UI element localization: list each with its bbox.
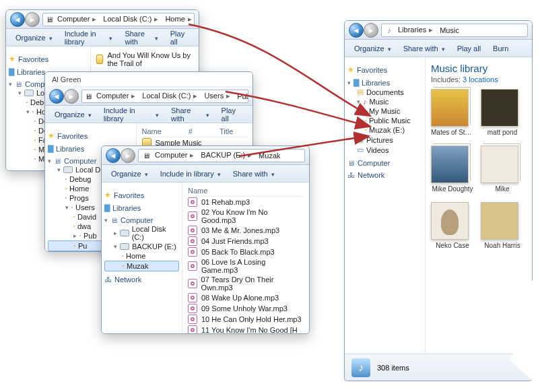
libraries-header[interactable]: Libraries bbox=[56, 145, 84, 153]
breadcrumb[interactable]: ♪ Libraries Music bbox=[381, 24, 528, 37]
tree-item-my-music[interactable]: My Music bbox=[347, 106, 422, 116]
col-title[interactable]: Title bbox=[220, 127, 233, 135]
tree-item[interactable]: ▣Pictures bbox=[347, 135, 422, 145]
favorites-header[interactable]: Favorites bbox=[114, 191, 144, 199]
list-item[interactable]: 08 Wake Up Alone.mp3 bbox=[188, 292, 304, 303]
list-item[interactable]: 11 You Know I'm No Good [H bbox=[188, 325, 304, 333]
organize-button[interactable]: Organize bbox=[106, 168, 154, 179]
nav-back-icon[interactable]: ◄ bbox=[106, 148, 121, 163]
tree-item[interactable]: ▤Documents bbox=[347, 87, 422, 97]
list-item[interactable]: 02 You Know I'm No Good.mp3 bbox=[188, 207, 304, 225]
tree-item-public-music[interactable]: Public Music bbox=[347, 116, 422, 125]
nav-back-icon[interactable]: ◄ bbox=[349, 23, 364, 38]
album-thumb[interactable]: Noah Harris bbox=[481, 202, 524, 249]
crumb[interactable]: Computer bbox=[94, 92, 138, 100]
favorites-header[interactable]: Favorites bbox=[18, 55, 48, 63]
play-all-button[interactable]: Play all bbox=[216, 105, 248, 124]
list-item[interactable]: 01 Rehab.mp3 bbox=[188, 197, 304, 207]
favorites-header[interactable]: Favorites bbox=[57, 132, 88, 140]
crumb[interactable]: Music bbox=[437, 26, 465, 34]
list-item[interactable]: 03 Me & Mr. Jones.mp3 bbox=[188, 225, 304, 236]
navigation-pane[interactable]: ★Favorites ▇Libraries 🖥Computer Local Di… bbox=[102, 183, 182, 333]
tree-item[interactable]: BACKUP (E:) bbox=[104, 242, 179, 251]
folder-icon bbox=[34, 121, 36, 122]
include-in-library-button[interactable]: Include in library bbox=[59, 28, 119, 47]
crumb[interactable]: Computer bbox=[55, 15, 99, 24]
toolbar: Organize Include in library Share with bbox=[102, 165, 309, 183]
album-thumb[interactable]: Mike bbox=[481, 145, 524, 193]
play-all-button[interactable]: Play all bbox=[165, 28, 195, 47]
nav-forward-icon[interactable]: ► bbox=[25, 12, 40, 27]
nav-back-icon[interactable]: ◄ bbox=[10, 12, 25, 27]
crumb[interactable]: Users bbox=[201, 92, 233, 100]
crumb[interactable]: Local Disk (C:) bbox=[139, 92, 200, 100]
explorer-window-muzak[interactable]: ◄ ► 🖥 Computer BACKUP (E:) Muzak Organiz… bbox=[101, 145, 310, 334]
organize-button[interactable]: Organize bbox=[349, 43, 397, 54]
crumb[interactable]: Local Disk (C:) bbox=[100, 15, 161, 24]
include-in-library-button[interactable]: Include in library bbox=[98, 105, 164, 124]
libraries-icon: ▇ bbox=[353, 78, 359, 87]
crumb[interactable]: BACKUP (E:) bbox=[198, 151, 255, 160]
nav-back-icon[interactable]: ◄ bbox=[49, 89, 64, 104]
col-name[interactable]: Name bbox=[142, 127, 162, 135]
libraries-header[interactable]: Libraries bbox=[112, 204, 141, 212]
album-thumb[interactable]: Mike Doughty bbox=[431, 145, 474, 193]
column-headers[interactable]: Name # Title bbox=[142, 127, 247, 137]
network-tree[interactable]: Network bbox=[358, 171, 384, 179]
libraries-header[interactable]: Libraries bbox=[362, 79, 390, 87]
nav-forward-icon[interactable]: ► bbox=[121, 148, 135, 163]
share-with-button[interactable]: Share with bbox=[228, 168, 280, 179]
album-art-icon bbox=[431, 202, 469, 240]
list-item[interactable]: And You Will Know Us by the Trail of bbox=[96, 51, 193, 68]
column-headers[interactable]: Name bbox=[188, 187, 304, 197]
explorer-window-music-library[interactable]: ◄ ► ♪ Libraries Music Organize Share wit… bbox=[344, 20, 533, 381]
crumb[interactable]: Computer bbox=[152, 151, 197, 160]
crumb[interactable]: Libraries bbox=[395, 26, 436, 34]
share-with-button[interactable]: Share with bbox=[119, 28, 163, 47]
crumb[interactable]: Muzak bbox=[256, 152, 285, 160]
organize-button[interactable]: Organize bbox=[49, 109, 97, 120]
breadcrumb[interactable]: 🖥 Computer Local Disk (C:) Users Public bbox=[81, 90, 248, 103]
computer-tree[interactable]: Computer bbox=[121, 216, 153, 224]
tree-item[interactable]: Local Disk (C:) bbox=[104, 224, 179, 242]
col-name[interactable]: Name bbox=[188, 187, 207, 195]
crumb[interactable]: Home bbox=[162, 15, 194, 24]
tree-item[interactable]: ♪Music bbox=[347, 97, 422, 106]
list-item[interactable]: 04 Just Friends.mp3 bbox=[188, 236, 304, 247]
library-content[interactable]: Music library Includes: 3 locations Mate… bbox=[426, 57, 532, 354]
list-item[interactable]: 05 Back To Black.mp3 bbox=[188, 247, 304, 257]
locations-link[interactable]: 3 locations bbox=[463, 75, 498, 84]
album-thumb[interactable]: matt pond bbox=[481, 89, 524, 136]
album-thumb[interactable]: Mates of State bbox=[431, 89, 474, 136]
list-item[interactable]: 07 Tears Dry On Their Own.mp3 bbox=[188, 275, 304, 292]
computer-tree[interactable]: Computer bbox=[64, 157, 96, 165]
navigation-pane[interactable]: ★Favorites ▇Libraries ▤Documents ♪Music … bbox=[345, 57, 426, 354]
nav-forward-icon[interactable]: ► bbox=[64, 89, 79, 104]
album-thumb[interactable]: Neko Case bbox=[431, 202, 474, 249]
list-item[interactable]: 09 Some Unholy War.mp3 bbox=[188, 303, 304, 314]
tree-item-selected[interactable]: Muzak bbox=[104, 261, 179, 271]
burn-button[interactable]: Burn bbox=[487, 43, 514, 54]
crumb[interactable]: Public bbox=[234, 92, 248, 100]
share-with-button[interactable]: Share with bbox=[166, 105, 215, 124]
organize-button[interactable]: Organize bbox=[10, 32, 58, 43]
libraries-header[interactable]: Libraries bbox=[17, 68, 45, 76]
tree-item[interactable]: ▭Videos bbox=[347, 145, 422, 155]
nav-forward-icon[interactable]: ► bbox=[364, 23, 378, 38]
tree-item[interactable]: Home bbox=[104, 251, 179, 261]
favorites-header[interactable]: Favorites bbox=[357, 66, 387, 74]
breadcrumb[interactable]: 🖥 Computer Local Disk (C:) Home My Music bbox=[42, 13, 195, 26]
col-num[interactable]: # bbox=[189, 127, 193, 135]
computer-tree[interactable]: Computer bbox=[358, 159, 390, 167]
network-tree[interactable]: Network bbox=[114, 275, 141, 284]
folder-icon bbox=[65, 188, 67, 189]
play-all-button[interactable]: Play all bbox=[452, 43, 486, 54]
share-with-button[interactable]: Share with bbox=[398, 43, 450, 54]
breadcrumb[interactable]: 🖥 Computer BACKUP (E:) Muzak bbox=[138, 149, 305, 162]
file-list[interactable]: Name 01 Rehab.mp302 You Know I'm No Good… bbox=[182, 183, 309, 333]
include-in-library-button[interactable]: Include in library bbox=[155, 168, 226, 179]
folder-icon bbox=[34, 139, 36, 141]
tree-item-muzak-e[interactable]: Muzak (E:) bbox=[347, 125, 422, 135]
list-item[interactable]: 06 Love Is A Losing Game.mp3 bbox=[188, 257, 304, 275]
list-item[interactable]: 10 He Can Only Hold Her.mp3 bbox=[188, 314, 304, 325]
